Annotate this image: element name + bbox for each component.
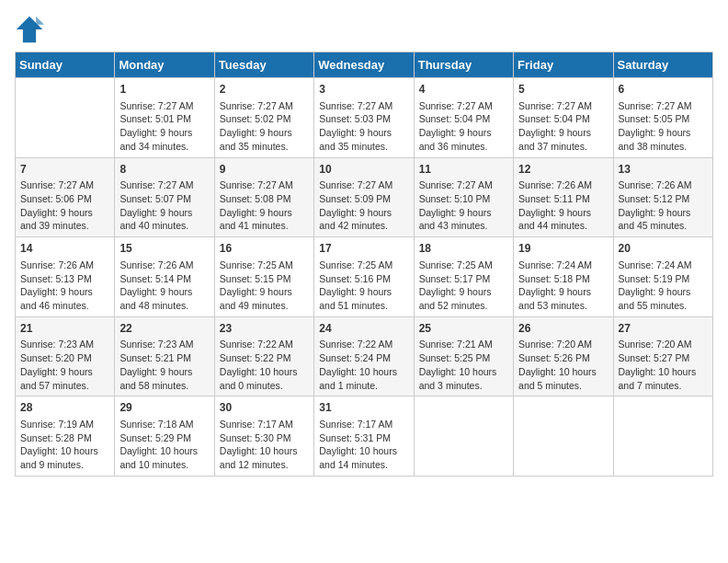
calendar-cell: 27Sunrise: 7:20 AMSunset: 5:27 PMDayligh… <box>613 316 712 396</box>
calendar-cell: 13Sunrise: 7:26 AMSunset: 5:12 PMDayligh… <box>613 157 712 237</box>
calendar-cell: 3Sunrise: 7:27 AMSunset: 5:03 PMDaylight… <box>314 78 414 158</box>
header-day-tuesday: Tuesday <box>214 52 313 78</box>
day-info: Sunrise: 7:22 AMSunset: 5:22 PMDaylight:… <box>220 338 309 392</box>
day-info: Sunrise: 7:23 AMSunset: 5:21 PMDaylight:… <box>119 338 209 392</box>
day-info: Sunrise: 7:27 AMSunset: 5:06 PMDaylight:… <box>20 178 109 233</box>
day-number: 29 <box>119 400 209 416</box>
day-info: Sunrise: 7:24 AMSunset: 5:19 PMDaylight:… <box>619 259 708 313</box>
day-number: 18 <box>419 241 508 257</box>
calendar-cell <box>514 396 613 477</box>
day-info: Sunrise: 7:27 AMSunset: 5:10 PMDaylight:… <box>419 178 508 233</box>
day-info: Sunrise: 7:26 AMSunset: 5:13 PMDaylight:… <box>20 259 109 313</box>
day-number: 6 <box>619 82 708 98</box>
day-number: 14 <box>20 241 109 257</box>
day-info: Sunrise: 7:27 AMSunset: 5:09 PMDaylight:… <box>319 178 408 233</box>
calendar-table: SundayMondayTuesdayWednesdayThursdayFrid… <box>15 52 713 477</box>
calendar-cell: 18Sunrise: 7:25 AMSunset: 5:17 PMDayligh… <box>414 237 513 317</box>
calendar-cell: 28Sunrise: 7:19 AMSunset: 5:28 PMDayligh… <box>16 396 115 477</box>
calendar-cell: 2Sunrise: 7:27 AMSunset: 5:02 PMDaylight… <box>214 78 313 158</box>
calendar-cell: 11Sunrise: 7:27 AMSunset: 5:10 PMDayligh… <box>414 157 513 237</box>
day-info: Sunrise: 7:21 AMSunset: 5:25 PMDaylight:… <box>419 338 508 392</box>
day-number: 20 <box>619 241 708 257</box>
day-info: Sunrise: 7:20 AMSunset: 5:26 PMDaylight:… <box>518 338 608 392</box>
page-header <box>15 15 713 44</box>
day-number: 4 <box>419 82 508 98</box>
day-info: Sunrise: 7:26 AMSunset: 5:11 PMDaylight:… <box>518 178 608 233</box>
calendar-cell: 29Sunrise: 7:18 AMSunset: 5:29 PMDayligh… <box>115 396 214 477</box>
calendar-cell: 14Sunrise: 7:26 AMSunset: 5:13 PMDayligh… <box>16 237 115 317</box>
day-number: 26 <box>518 321 608 337</box>
calendar-cell: 12Sunrise: 7:26 AMSunset: 5:11 PMDayligh… <box>514 157 613 237</box>
week-row-4: 28Sunrise: 7:19 AMSunset: 5:28 PMDayligh… <box>16 396 713 477</box>
day-number: 13 <box>619 162 708 178</box>
day-info: Sunrise: 7:23 AMSunset: 5:20 PMDaylight:… <box>20 338 109 392</box>
calendar-body: 1Sunrise: 7:27 AMSunset: 5:01 PMDaylight… <box>16 78 713 477</box>
day-number: 19 <box>518 241 608 257</box>
calendar-cell <box>613 396 712 477</box>
day-number: 1 <box>119 82 209 98</box>
calendar-cell: 25Sunrise: 7:21 AMSunset: 5:25 PMDayligh… <box>414 316 513 396</box>
day-info: Sunrise: 7:24 AMSunset: 5:18 PMDaylight:… <box>518 259 608 313</box>
day-number: 7 <box>20 162 109 178</box>
calendar-cell: 31Sunrise: 7:17 AMSunset: 5:31 PMDayligh… <box>314 396 414 477</box>
day-info: Sunrise: 7:20 AMSunset: 5:27 PMDaylight:… <box>619 338 708 392</box>
day-number: 22 <box>119 321 209 337</box>
day-number: 31 <box>319 400 408 416</box>
week-row-0: 1Sunrise: 7:27 AMSunset: 5:01 PMDaylight… <box>16 78 713 158</box>
calendar-cell: 19Sunrise: 7:24 AMSunset: 5:18 PMDayligh… <box>514 237 613 317</box>
day-info: Sunrise: 7:27 AMSunset: 5:04 PMDaylight:… <box>419 99 508 154</box>
calendar-cell: 8Sunrise: 7:27 AMSunset: 5:07 PMDaylight… <box>115 157 214 237</box>
calendar-cell <box>16 78 115 158</box>
calendar-cell: 30Sunrise: 7:17 AMSunset: 5:30 PMDayligh… <box>214 396 313 477</box>
calendar-cell <box>414 396 513 477</box>
day-info: Sunrise: 7:25 AMSunset: 5:17 PMDaylight:… <box>419 259 508 313</box>
header-day-saturday: Saturday <box>613 52 712 78</box>
calendar-cell: 21Sunrise: 7:23 AMSunset: 5:20 PMDayligh… <box>16 316 115 396</box>
day-info: Sunrise: 7:18 AMSunset: 5:29 PMDaylight:… <box>119 418 209 472</box>
header-day-sunday: Sunday <box>16 52 115 78</box>
day-number: 12 <box>518 162 608 178</box>
header-day-wednesday: Wednesday <box>314 52 414 78</box>
day-info: Sunrise: 7:17 AMSunset: 5:31 PMDaylight:… <box>319 418 408 472</box>
calendar-cell: 23Sunrise: 7:22 AMSunset: 5:22 PMDayligh… <box>214 316 313 396</box>
day-number: 25 <box>419 321 508 337</box>
header-day-monday: Monday <box>115 52 214 78</box>
day-number: 23 <box>220 321 309 337</box>
day-number: 2 <box>220 82 309 98</box>
calendar-cell: 4Sunrise: 7:27 AMSunset: 5:04 PMDaylight… <box>414 78 513 158</box>
day-info: Sunrise: 7:27 AMSunset: 5:07 PMDaylight:… <box>119 178 209 233</box>
calendar-cell: 20Sunrise: 7:24 AMSunset: 5:19 PMDayligh… <box>613 237 712 317</box>
logo <box>15 15 48 44</box>
calendar-cell: 16Sunrise: 7:25 AMSunset: 5:15 PMDayligh… <box>214 237 313 317</box>
calendar-cell: 7Sunrise: 7:27 AMSunset: 5:06 PMDaylight… <box>16 157 115 237</box>
day-number: 24 <box>319 321 408 337</box>
day-number: 30 <box>220 400 309 416</box>
week-row-1: 7Sunrise: 7:27 AMSunset: 5:06 PMDaylight… <box>16 157 713 237</box>
day-info: Sunrise: 7:25 AMSunset: 5:15 PMDaylight:… <box>220 259 309 313</box>
calendar-cell: 10Sunrise: 7:27 AMSunset: 5:09 PMDayligh… <box>314 157 414 237</box>
header-day-thursday: Thursday <box>414 52 513 78</box>
day-number: 11 <box>419 162 508 178</box>
day-number: 17 <box>319 241 408 257</box>
calendar-cell: 1Sunrise: 7:27 AMSunset: 5:01 PMDaylight… <box>115 78 214 158</box>
calendar-header: SundayMondayTuesdayWednesdayThursdayFrid… <box>16 52 713 78</box>
calendar-cell: 5Sunrise: 7:27 AMSunset: 5:04 PMDaylight… <box>514 78 613 158</box>
day-info: Sunrise: 7:27 AMSunset: 5:05 PMDaylight:… <box>619 99 708 154</box>
day-info: Sunrise: 7:26 AMSunset: 5:12 PMDaylight:… <box>619 178 708 233</box>
day-info: Sunrise: 7:27 AMSunset: 5:01 PMDaylight:… <box>119 99 209 154</box>
header-row: SundayMondayTuesdayWednesdayThursdayFrid… <box>16 52 713 78</box>
day-info: Sunrise: 7:27 AMSunset: 5:03 PMDaylight:… <box>319 99 408 154</box>
day-number: 9 <box>220 162 309 178</box>
calendar-cell: 15Sunrise: 7:26 AMSunset: 5:14 PMDayligh… <box>115 237 214 317</box>
day-number: 10 <box>319 162 408 178</box>
calendar-cell: 17Sunrise: 7:25 AMSunset: 5:16 PMDayligh… <box>314 237 414 317</box>
day-number: 15 <box>119 241 209 257</box>
day-info: Sunrise: 7:19 AMSunset: 5:28 PMDaylight:… <box>20 418 109 472</box>
day-number: 21 <box>20 321 109 337</box>
svg-marker-1 <box>36 17 44 25</box>
day-number: 3 <box>319 82 408 98</box>
day-info: Sunrise: 7:27 AMSunset: 5:04 PMDaylight:… <box>518 99 608 154</box>
calendar-cell: 26Sunrise: 7:20 AMSunset: 5:26 PMDayligh… <box>514 316 613 396</box>
day-info: Sunrise: 7:25 AMSunset: 5:16 PMDaylight:… <box>319 259 408 313</box>
day-number: 16 <box>220 241 309 257</box>
